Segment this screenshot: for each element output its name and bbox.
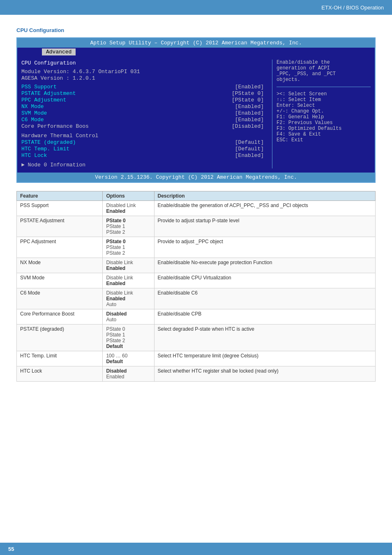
- bios-tab-advanced[interactable]: Advanced: [42, 48, 76, 55]
- bios-help-7: F3: Optimized Defaults: [277, 126, 371, 131]
- bios-help-5: F1: General Help: [277, 114, 371, 120]
- col-options: Options: [103, 191, 154, 201]
- bios-item-c6: C6 Mode [Enabled]: [21, 117, 264, 123]
- bios-body: CPU Configuration Module Version: 4.6.3.…: [17, 55, 375, 173]
- cell-feature: SVM Mode: [17, 273, 103, 288]
- cell-options: Disable LinkEnabled: [103, 273, 154, 288]
- cell-feature: HTC Lock: [17, 366, 103, 382]
- bios-hw-thermal-title: Hardware Thermal Control: [21, 133, 264, 139]
- col-description: Description: [154, 191, 375, 201]
- cell-description: Provide to adjust _PPC object: [154, 237, 375, 258]
- bios-value-c6: [Enabled]: [235, 117, 264, 123]
- bios-help-4: +/-: Change Opt.: [277, 108, 371, 114]
- cell-options: PState 0PState 1PState 2Default: [103, 325, 154, 351]
- bios-value-pstate: [PState 0]: [232, 90, 264, 97]
- bios-item-svm: SVM Mode [Enabled]: [21, 110, 264, 116]
- cell-options: Disabled LinkEnabled: [103, 201, 154, 216]
- bios-help-2: ↑↓: Select Item: [277, 97, 371, 103]
- bios-module-version: Module Version: 4.6.3.7 OntarioPI 031: [21, 69, 264, 75]
- bios-item-ppc: PPC Adjustment [PState 0]: [21, 97, 264, 103]
- cell-options: DisabledEnabled: [103, 366, 154, 382]
- page-number: 55: [8, 546, 14, 552]
- bios-label-htc-lock: HTC Lock: [21, 152, 47, 159]
- table-row: HTC Temp. Limit100 … 60DefaultSelect HTC…: [17, 351, 376, 366]
- cell-options: PState 0PState 1PState 2: [103, 216, 154, 237]
- bios-help-3: Enter: Select: [277, 103, 371, 108]
- bios-desc-line-3: _PPC, _PSS, and _PCT: [277, 71, 371, 77]
- table-row: PSTATE (degraded)PState 0PState 1PState …: [17, 325, 376, 351]
- bios-desc-line-1: Enable/disable the: [277, 60, 371, 65]
- bios-item-pstate: PSTATE Adjustment [PState 0]: [21, 90, 264, 97]
- cell-feature: PSTATE (degraded): [17, 325, 103, 351]
- cell-options: 100 … 60Default: [103, 351, 154, 366]
- bottom-bar: 55: [0, 543, 392, 555]
- cell-options: Disable LinkEnabled: [103, 258, 154, 273]
- table-row: PPC AdjustmentPState 0PState 1PState 2Pr…: [17, 237, 376, 258]
- bios-box: Aptio Setup Utility – Copyright (C) 2012…: [16, 37, 376, 183]
- section-heading: CPU Configuration: [16, 27, 376, 33]
- bios-label-htc-temp: HTC Temp. Limit: [21, 146, 69, 152]
- main-content: CPU Configuration Aptio Setup Utility – …: [0, 15, 392, 398]
- cell-description: Enable/disable the generation of ACPI_PP…: [154, 201, 375, 216]
- bios-help-1: ><: Select Screen: [277, 91, 371, 97]
- bios-label-svm: SVM Mode: [21, 110, 47, 116]
- table-row: NX ModeDisable LinkEnabledEnable/disable…: [17, 258, 376, 273]
- table-row: HTC LockDisabledEnabledSelect whether HT…: [17, 366, 376, 382]
- bios-label-pss: PSS Support: [21, 84, 57, 90]
- bios-desc-line-2: generation of ACPI: [277, 65, 371, 71]
- feature-table: Feature Options Description PSS SupportD…: [16, 191, 376, 382]
- table-row: PSTATE AdjustmentPState 0PState 1PState …: [17, 216, 376, 237]
- cell-description: Select whether HTC register shall be loc…: [154, 366, 375, 382]
- col-feature: Feature: [17, 191, 103, 201]
- cell-description: Enable/disable CPU Virtualization: [154, 273, 375, 288]
- bios-label-pstate-deg: PSTATE (degraded): [21, 139, 76, 145]
- bios-left-panel: CPU Configuration Module Version: 4.6.3.…: [21, 60, 268, 168]
- bios-item-pss: PSS Support [Enabled]: [21, 84, 264, 90]
- table-row: PSS SupportDisabled LinkEnabledEnable/di…: [17, 201, 376, 216]
- bios-help-9: ESC: Exit: [277, 137, 371, 143]
- top-bar-title: ETX-OH / BIOS Operation: [321, 5, 384, 11]
- top-bar: ETX-OH / BIOS Operation: [0, 0, 392, 15]
- cell-feature: C6 Mode: [17, 288, 103, 309]
- bios-value-cpb: [Disabled]: [232, 123, 264, 129]
- cell-description: Enable/disable No-execute page protectio…: [154, 258, 375, 273]
- bios-footer: Version 2.15.1236. Copyright (C) 2012 Am…: [17, 173, 375, 182]
- cell-description: Enable/disable C6: [154, 288, 375, 309]
- bios-right-panel: Enable/disable the generation of ACPI _P…: [272, 60, 371, 168]
- bios-label-cpb: Core Performance Boos: [21, 123, 89, 129]
- table-row: Core Performance BoostDisabledAutoEnable…: [17, 309, 376, 325]
- cell-options: Disable LinkEnabledAuto: [103, 288, 154, 309]
- cell-feature: PPC Adjustment: [17, 237, 103, 258]
- cell-description: Select HTC temperature limit (degree Cel…: [154, 351, 375, 366]
- bios-value-nx: [Enabled]: [235, 104, 264, 110]
- bios-value-ppc: [PState 0]: [232, 97, 264, 103]
- cell-feature: NX Mode: [17, 258, 103, 273]
- cell-description: Provide to adjust startup P-state level: [154, 216, 375, 237]
- bios-value-htc-temp: [Default]: [235, 146, 264, 152]
- bios-cpu-config-title: CPU Configuration: [21, 60, 264, 66]
- cell-feature: PSS Support: [17, 201, 103, 216]
- bios-item-cpb: Core Performance Boos [Disabled]: [21, 123, 264, 129]
- cell-feature: HTC Temp. Limit: [17, 351, 103, 366]
- bios-agesa-version: AGESA Version : 1.2.0.1: [21, 75, 264, 81]
- bios-value-pss: [Enabled]: [235, 84, 264, 90]
- bios-help-8: F4: Save & Exit: [277, 131, 371, 137]
- bios-right-divider: [277, 87, 371, 87]
- cell-feature: Core Performance Boost: [17, 309, 103, 325]
- bios-value-htc-lock: [Enabled]: [235, 152, 264, 159]
- table-row: SVM ModeDisable LinkEnabledEnable/disabl…: [17, 273, 376, 288]
- bios-label-pstate: PSTATE Adjustment: [21, 90, 76, 97]
- bios-tab-bar: Advanced: [17, 48, 375, 55]
- bios-label-nx: NX Mode: [21, 104, 44, 110]
- table-row: C6 ModeDisable LinkEnabledAutoEnable/dis…: [17, 288, 376, 309]
- cell-options: PState 0PState 1PState 2: [103, 237, 154, 258]
- bios-node-info[interactable]: ► Node 0 Information: [21, 162, 264, 168]
- cell-feature: PSTATE Adjustment: [17, 216, 103, 237]
- bios-label-ppc: PPC Adjustment: [21, 97, 66, 103]
- bios-item-nx: NX Mode [Enabled]: [21, 104, 264, 110]
- bios-header: Aptio Setup Utility – Copyright (C) 2012…: [17, 38, 375, 48]
- bios-item-htc-temp: HTC Temp. Limit [Default]: [21, 146, 264, 152]
- bios-item-pstate-deg: PSTATE (degraded) [Default]: [21, 139, 264, 145]
- bios-value-svm: [Enabled]: [235, 110, 264, 116]
- cell-options: DisabledAuto: [103, 309, 154, 325]
